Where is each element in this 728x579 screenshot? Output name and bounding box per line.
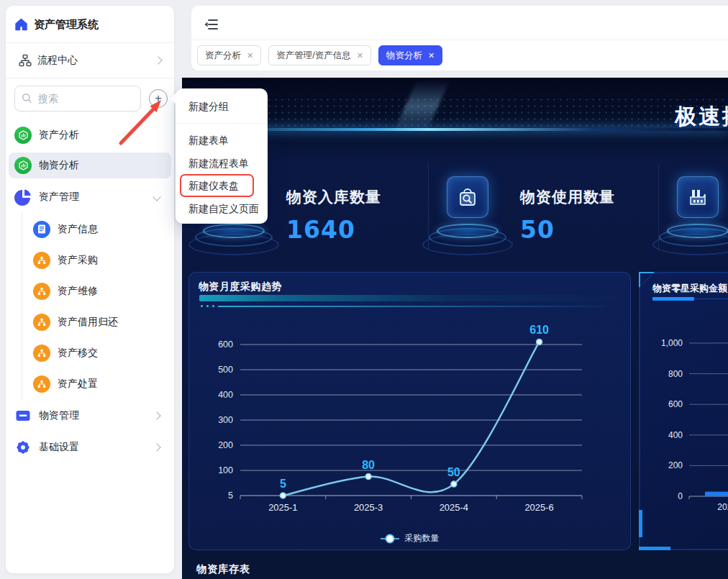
menu-item-new-group[interactable]: 新建分组 xyxy=(176,96,268,117)
sidebar-item-asset-info[interactable]: 资产信息 xyxy=(9,214,171,245)
app-window: 极速搭 物资入库数量 1640 物资使用数量 50 物资 xyxy=(0,0,728,579)
tab-label: 物资分析 xyxy=(386,50,422,62)
title-underline-thin xyxy=(218,306,606,307)
tab-material-analysis-active[interactable]: 物资分析 ✕ xyxy=(378,45,442,65)
svg-text:610: 610 xyxy=(529,324,549,336)
sidebar-item-asset-transfer[interactable]: 资产移交 xyxy=(9,337,171,368)
title-underline-bar xyxy=(199,295,617,301)
sidebar-item-label: 流程中心 xyxy=(37,54,155,67)
sidebar-item-asset-management[interactable]: 资产管理 xyxy=(9,181,171,212)
create-context-menu: 新建分组 新建表单 新建流程表单 新建仪表盘 新建自定义页面 xyxy=(176,88,268,224)
divider xyxy=(6,78,174,78)
chart-legend[interactable]: 采购数量 xyxy=(189,532,630,544)
svg-text:80: 80 xyxy=(362,459,375,471)
menu-item-new-custom-page[interactable]: 新建自定义页面 xyxy=(176,198,268,219)
svg-text:800: 800 xyxy=(668,369,683,379)
svg-text:200: 200 xyxy=(218,440,233,450)
svg-text:200: 200 xyxy=(668,460,683,470)
svg-text:300: 300 xyxy=(218,415,233,425)
svg-text:400: 400 xyxy=(668,430,683,440)
factory-icon xyxy=(677,176,719,218)
analysis-hexagon-icon xyxy=(14,127,32,144)
home-icon xyxy=(14,18,28,32)
svg-text:600: 600 xyxy=(668,399,683,409)
pie-chart-icon xyxy=(14,188,32,206)
sidebar-item-basic-settings[interactable]: 基础设置 xyxy=(9,432,171,462)
sidebar-item-process-center[interactable]: 流程中心 xyxy=(6,43,174,78)
stat-pedestal-third xyxy=(651,176,728,255)
svg-text:5: 5 xyxy=(280,478,286,490)
menu-item-new-flow-form[interactable]: 新建流程表单 xyxy=(176,152,268,174)
purchase-trend-line-chart: 51002003004005006002025-12025-32025-4202… xyxy=(189,273,632,551)
stat-label: 物资入库数量 xyxy=(286,187,381,207)
bar-chart-title: 物资零星采购金额 xyxy=(652,282,727,295)
sidebar-item-asset-disposal[interactable]: 资产处置 xyxy=(9,368,171,399)
document-icon xyxy=(33,221,50,238)
legend-line-marker-icon xyxy=(381,538,399,539)
menu-item-new-form[interactable]: 新建表单 xyxy=(176,129,268,151)
flow-icon xyxy=(33,345,50,362)
line-chart-title: 物资月度采购趋势 xyxy=(199,281,282,293)
open-tabs: 资产分析 ✕ 资产管理/资产信息 ✕ 物资分析 ✕ xyxy=(197,45,442,65)
sidebar-item-label: 资产信息 xyxy=(58,223,171,236)
flow-icon xyxy=(33,283,50,300)
app-title: 资产管理系统 xyxy=(34,18,99,32)
title-underline-dots xyxy=(201,305,214,307)
annotation-highlight-box xyxy=(180,174,254,197)
flow-icon xyxy=(33,314,50,331)
svg-text:2025-6: 2025-6 xyxy=(524,502,553,513)
annotation-arrow xyxy=(115,96,169,150)
svg-text:1,000: 1,000 xyxy=(661,338,683,348)
stat-value: 1640 xyxy=(286,216,355,244)
sidebar-item-label: 资产移交 xyxy=(58,347,171,360)
svg-text:600: 600 xyxy=(218,339,233,350)
sidebar-item-label: 基础设置 xyxy=(39,441,154,454)
sidebar-item-asset-borrow-return[interactable]: 资产借用归还 xyxy=(9,306,171,337)
flow-icon xyxy=(19,54,32,67)
dashboard-banner-title: 极速搭 xyxy=(675,102,728,132)
panel-corner-accent xyxy=(639,510,642,537)
tab-label: 资产分析 xyxy=(205,50,241,62)
tab-close-icon[interactable]: ✕ xyxy=(357,51,363,60)
bag-search-icon xyxy=(447,176,488,218)
svg-text:500: 500 xyxy=(218,365,233,375)
sidebar-item-label: 物资分析 xyxy=(39,159,171,172)
sidebar-item-material-management[interactable]: 物资管理 xyxy=(9,400,171,431)
menu-fold-icon[interactable] xyxy=(201,15,220,34)
sidebar: 资产管理系统 流程中心 + 资产分析 物资分析 xyxy=(6,6,174,573)
sidebar-item-label: 资产管理 xyxy=(39,191,154,204)
svg-text:0: 0 xyxy=(678,491,683,501)
tab-asset-analysis[interactable]: 资产分析 ✕ xyxy=(197,45,261,65)
svg-text:2025-3: 2025-3 xyxy=(354,502,383,513)
chevron-down-icon xyxy=(153,193,160,201)
sidebar-item-asset-purchase[interactable]: 资产采购 xyxy=(9,245,171,275)
tab-close-icon[interactable]: ✕ xyxy=(428,51,434,60)
svg-text:2025-1: 2025-1 xyxy=(717,502,728,512)
tab-label: 资产管理/资产信息 xyxy=(276,50,350,62)
app-header: 资产管理系统 xyxy=(6,6,174,43)
sidebar-item-asset-repair[interactable]: 资产维修 xyxy=(9,275,171,306)
flow-icon xyxy=(33,252,50,269)
storage-box-icon xyxy=(14,407,32,424)
title-underline-bar xyxy=(652,297,694,301)
tab-close-icon[interactable]: ✕ xyxy=(247,51,253,60)
chevron-right-icon xyxy=(153,443,160,451)
chevron-right-icon xyxy=(153,411,160,419)
svg-text:5: 5 xyxy=(228,491,233,501)
chevron-right-icon xyxy=(154,56,162,64)
stat-value: 50 xyxy=(520,216,555,244)
stat-label: 物资使用数量 xyxy=(520,187,615,207)
svg-text:400: 400 xyxy=(218,390,233,400)
tab-asset-info[interactable]: 资产管理/资产信息 ✕ xyxy=(268,45,371,65)
sidebar-item-label: 资产处置 xyxy=(58,378,171,391)
stat-pedestal-usage xyxy=(421,176,514,255)
svg-text:2025-4: 2025-4 xyxy=(440,502,468,513)
sidebar-item-label: 物资管理 xyxy=(39,409,154,422)
top-bar: 资产分析 ✕ 资产管理/资产信息 ✕ 物资分析 ✕ xyxy=(191,6,728,70)
divider xyxy=(176,123,268,124)
title-underline-thin xyxy=(694,298,728,299)
sporadic-purchase-bar-chart: 02004006008001,0002025-1 xyxy=(640,273,728,549)
svg-text:2025-1: 2025-1 xyxy=(268,502,297,513)
divider xyxy=(191,40,728,40)
sidebar-item-material-analysis-selected[interactable]: 物资分析 xyxy=(9,152,171,178)
